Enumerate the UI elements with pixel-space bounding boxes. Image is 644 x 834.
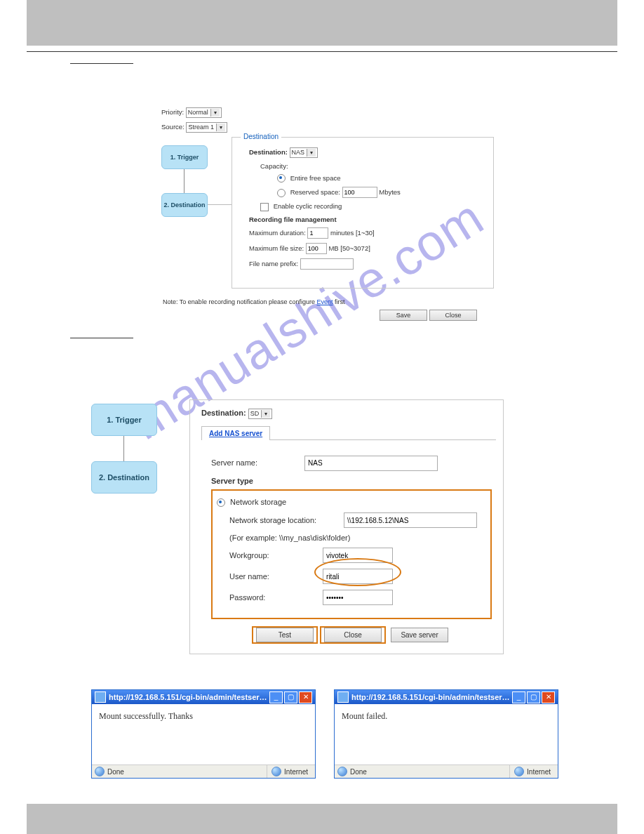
dialog-body: Mount successfully. Thanks [92,704,315,764]
nas-server-figure: 1. Trigger 2. Destination Destination: S… [91,399,574,654]
ie-icon [337,691,349,703]
wizard-step-destination[interactable]: 2. Destination [91,461,157,494]
priority-value: Normal [188,109,208,116]
maximize-button[interactable]: ▢ [284,691,297,703]
highlight-box: Network storage Network storage location… [211,489,492,619]
destination-label: Destination: [249,148,288,156]
source-label: Source: [161,123,185,131]
test-button-highlight: Test [252,626,318,644]
wizard-step-trigger[interactable]: 1. Trigger [91,404,157,436]
storage-example-text: (For example: \\my_nas\disk\folder) [229,534,486,542]
minimize-button[interactable]: _ [512,691,525,703]
footer-band [27,804,617,834]
max-filesize-input[interactable] [306,243,327,254]
minimize-button[interactable]: _ [269,691,283,703]
globe-icon [271,767,281,776]
status-internet: Internet [284,768,308,776]
dropdown-icon: ▾ [307,149,316,157]
recording-settings-figure: Priority: Normal▾ Source: Stream 1▾ 1. T… [161,107,574,321]
network-storage-radio[interactable] [217,498,225,507]
username-input[interactable] [323,569,393,584]
status-done: Done [107,768,124,776]
priority-label: Priority: [161,108,184,116]
close-button[interactable]: Close [324,628,382,642]
max-duration-unit: minutes [1~30] [330,229,375,237]
header-band [27,0,617,46]
wizard-connector [184,169,185,193]
dropdown-icon: ▾ [261,410,270,418]
event-link[interactable]: Event [316,298,333,305]
titlebar[interactable]: http://192.168.5.151/cgi-bin/admin/tests… [92,690,315,704]
globe-icon [95,767,105,776]
storage-location-input[interactable] [344,512,477,528]
globe-icon [337,767,347,776]
ie-dialog-fail: http://192.168.5.151/cgi-bin/admin/tests… [334,689,558,779]
workgroup-input[interactable] [323,548,393,563]
dialog-body: Mount failed. [335,704,558,764]
server-name-label: Server name: [211,458,302,467]
window-title: http://192.168.5.151/cgi-bin/admin/tests… [351,693,511,701]
globe-icon [514,767,524,776]
max-duration-label: Maximum duration: [249,229,306,237]
close-button[interactable]: Close [429,310,477,321]
status-bar: Done Internet [335,764,558,778]
max-duration-input[interactable] [307,227,328,239]
status-done: Done [350,768,367,776]
destination-label: Destination: [201,409,246,417]
destination-select[interactable]: SD▾ [248,409,273,419]
wizard-step-destination[interactable]: 2. Destination [161,193,208,217]
filename-prefix-label: File name prefix: [249,260,298,267]
save-server-button[interactable]: Save server [391,628,448,642]
maximize-button[interactable]: ▢ [527,691,540,703]
dropdown-icon: ▾ [210,109,220,117]
storage-location-label: Network storage location: [229,516,342,524]
username-label: User name: [229,572,321,581]
source-value: Stream 1 [188,124,214,131]
capacity-entire-radio[interactable] [277,174,286,183]
cyclic-recording-checkbox[interactable] [260,203,269,211]
close-button[interactable]: ✕ [542,691,555,703]
max-filesize-label: Maximum file size: [249,244,304,252]
close-button[interactable]: ✕ [299,691,312,703]
window-title: http://192.168.5.151/cgi-bin/admin/tests… [109,693,268,701]
wizard-step-trigger[interactable]: 1. Trigger [161,145,208,169]
workgroup-label: Workgroup: [229,551,321,560]
section-underline-2 [70,331,133,338]
network-storage-label: Network storage [230,498,286,506]
priority-select[interactable]: Normal▾ [186,107,222,118]
max-filesize-unit: MB [50~3072] [328,244,370,252]
server-type-heading: Server type [211,477,492,485]
reserved-space-input[interactable] [342,187,377,198]
server-name-input[interactable] [304,456,438,471]
titlebar[interactable]: http://192.168.5.151/cgi-bin/admin/tests… [335,690,558,704]
nas-panel: Destination: SD▾ Add NAS server Server n… [189,399,504,654]
source-select[interactable]: Stream 1▾ [186,122,227,133]
cyclic-recording-label: Enable cyclic recording [274,202,342,210]
destination-panel: Destination Destination: NAS▾ Capacity: … [232,137,494,289]
panel-legend: Destination [241,133,281,140]
capacity-reserved-label: Reserved space: [290,188,340,196]
test-button[interactable]: Test [256,628,314,642]
reserved-unit: Mbytes [379,188,401,196]
password-label: Password: [229,593,321,602]
status-internet: Internet [527,768,551,776]
status-bar: Done Internet [92,764,315,778]
recording-file-heading: Recording file management [249,216,486,223]
wizard-line [208,204,232,205]
add-nas-tab[interactable]: Add NAS server [201,426,270,440]
close-button-highlight: Close [320,626,386,644]
result-dialogs: http://192.168.5.151/cgi-bin/admin/tests… [91,689,574,779]
password-input[interactable] [323,590,393,605]
destination-select[interactable]: NAS▾ [290,147,318,158]
save-button[interactable]: Save [380,310,427,321]
wizard-connector [123,436,124,461]
ie-dialog-success: http://192.168.5.151/cgi-bin/admin/tests… [91,689,316,779]
capacity-label: Capacity: [260,162,486,170]
section-underline-1 [70,56,133,64]
capacity-entire-label: Entire free space [290,174,341,182]
filename-prefix-input[interactable] [300,258,354,270]
dropdown-icon: ▾ [216,124,225,131]
recording-note: Note: To enable recording notification p… [163,298,574,305]
capacity-reserved-radio[interactable] [277,189,286,197]
ie-icon [95,691,106,703]
